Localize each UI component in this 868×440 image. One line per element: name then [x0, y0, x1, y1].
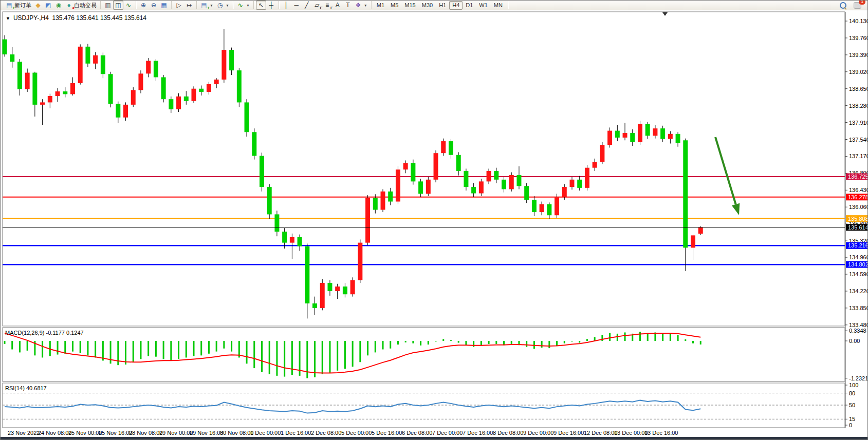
candle-body — [516, 175, 521, 186]
trendline-icon[interactable]: ╱ — [302, 1, 312, 10]
text-label-icon[interactable]: T — [343, 1, 353, 10]
candle-body — [63, 91, 67, 94]
candle-body — [17, 62, 22, 89]
time-axis-label: 7 Dec 00:00 — [432, 430, 463, 436]
toolbar-group: ▷↦ — [172, 1, 197, 9]
marketwatch-icon[interactable]: ◆ — [33, 1, 43, 10]
notification-badge: 1 — [859, 0, 865, 5]
autotrading-glyph: ●● — [65, 2, 72, 9]
time-axis-label: 5 Dec 16:00 — [372, 430, 402, 436]
price-pane[interactable] — [3, 12, 845, 326]
candle-body — [274, 214, 279, 232]
candle-body — [40, 102, 45, 104]
timeframe-mn[interactable]: MN — [491, 1, 506, 10]
arrows-icon[interactable]: ❖▼ — [353, 1, 369, 10]
price-tick-label: 137.910 — [849, 120, 868, 126]
timeframe-w1[interactable]: W1 — [476, 1, 491, 10]
candle-body — [290, 237, 294, 243]
candle-body — [312, 303, 317, 308]
price-flag-label: 134.802 — [848, 261, 868, 267]
candle-body — [192, 89, 196, 101]
candle-body — [676, 134, 680, 143]
rsi-indicator-label: RSI(14) 40.6817 — [5, 385, 47, 391]
candle-body — [169, 99, 173, 109]
candle-body — [403, 163, 408, 169]
timeframe-h1[interactable]: H1 — [436, 1, 449, 10]
timeframe-d1[interactable]: D1 — [463, 1, 476, 10]
time-axis-label: 29 Nov 00:00 — [159, 430, 193, 436]
timeframe-m30[interactable]: M30 — [419, 1, 436, 10]
candle-body — [691, 235, 695, 247]
zoom-in-icon[interactable]: ⊕ — [138, 1, 149, 10]
timeframe-m15[interactable]: M15 — [401, 1, 418, 10]
bar-chart-icon[interactable]: ▥ — [103, 1, 113, 10]
chart-menu-icon[interactable]: ▼ — [6, 16, 10, 21]
candle-body — [229, 50, 234, 70]
time-axis-label: 30 Nov 08:00 — [220, 430, 253, 436]
candle-body — [214, 80, 219, 84]
timeframe-h4[interactable]: H4 — [449, 1, 463, 10]
timeframe-m5[interactable]: M5 — [387, 1, 401, 10]
equidistant-channel-icon[interactable]: ▱E — [312, 1, 322, 10]
navigator-icon[interactable]: ◩ — [43, 1, 53, 10]
candle-body — [245, 102, 249, 132]
rsi-scale-label: 80 — [849, 390, 855, 396]
candle-body — [320, 283, 325, 308]
candle-body — [305, 246, 309, 303]
zoom-in-icon-glyph: ⊕ — [140, 2, 147, 9]
new-order-button[interactable]: ▤+新订单 — [4, 1, 33, 10]
mini-badge: + — [207, 6, 210, 10]
candle-body — [532, 200, 537, 212]
macd-scale-label: 0.00 — [849, 338, 860, 344]
tile-windows-icon-glyph: ▦ — [160, 2, 168, 9]
cursor-icon[interactable]: ↖ — [256, 1, 266, 10]
macd-pane[interactable] — [3, 328, 845, 381]
candle-body — [327, 283, 332, 291]
signal-icon[interactable]: ◉ — [53, 1, 64, 10]
search-button[interactable] — [838, 1, 848, 10]
candle-body — [683, 140, 688, 247]
line-chart-icon[interactable]: ∿ — [123, 1, 134, 10]
chart-canvas[interactable]: 140.130139.760139.390139.020138.650138.2… — [1, 1, 868, 438]
candle-body — [471, 187, 476, 193]
autotrading-button[interactable]: ●●自动交易 — [64, 1, 98, 10]
horizontal-line-icon[interactable]: ─ — [291, 1, 302, 10]
candle-body — [388, 192, 393, 202]
time-axis-label: 2 Dec 08:00 — [311, 430, 341, 436]
candle-body — [426, 180, 431, 194]
text-icon[interactable]: A — [333, 1, 343, 10]
candle-body — [464, 171, 468, 187]
candlestick-chart-icon[interactable]: ◫ — [113, 1, 123, 10]
indicators-button[interactable]: ∿▼ — [235, 1, 251, 10]
candle-body — [101, 55, 105, 74]
candle-body — [199, 89, 204, 92]
candlestick-chart-icon-glyph: ◫ — [115, 2, 122, 9]
fibonacci-icon[interactable]: ≡F — [322, 1, 333, 10]
candle-body — [645, 124, 650, 136]
candle-body — [48, 96, 52, 102]
macd-indicator-label: MACD(12,26,9) -0.1177 0.1247 — [5, 330, 84, 336]
candle-body — [547, 204, 551, 215]
candle-body — [524, 186, 529, 200]
time-axis-label: 24 Nov 08:00 — [38, 430, 71, 436]
price-flag-label: 136.278 — [848, 194, 868, 200]
crosshair-icon[interactable]: ┼ — [266, 1, 276, 10]
candle-body — [381, 192, 385, 210]
candle-body — [237, 70, 242, 102]
chart-shift-icon[interactable]: ↦ — [184, 1, 194, 10]
toolbar-group: ▤+新订单◆◩◉●●自动交易 — [2, 1, 101, 9]
new-chart-button[interactable]: ▤+▼ — [199, 1, 215, 10]
tile-windows-icon[interactable]: ▦ — [159, 1, 169, 10]
notifications-button[interactable]: 1 — [852, 1, 863, 10]
window-bottom-edge — [1, 437, 867, 439]
auto-scroll-icon[interactable]: ▷ — [174, 1, 184, 10]
macd-values: -0.1177 0.1247 — [46, 330, 83, 336]
period-button[interactable]: ◷▼ — [215, 1, 231, 10]
vertical-line-icon[interactable]: │ — [281, 1, 291, 10]
fibonacci-icon-glyph: ≡F — [324, 2, 331, 9]
chevron-down-icon: ▼ — [364, 4, 367, 7]
zoom-out-icon[interactable]: ⊖ — [149, 1, 159, 10]
new-order-button-label: 新订单 — [14, 2, 31, 9]
timeframe-m1[interactable]: M1 — [374, 1, 387, 10]
candle-body — [600, 145, 604, 162]
